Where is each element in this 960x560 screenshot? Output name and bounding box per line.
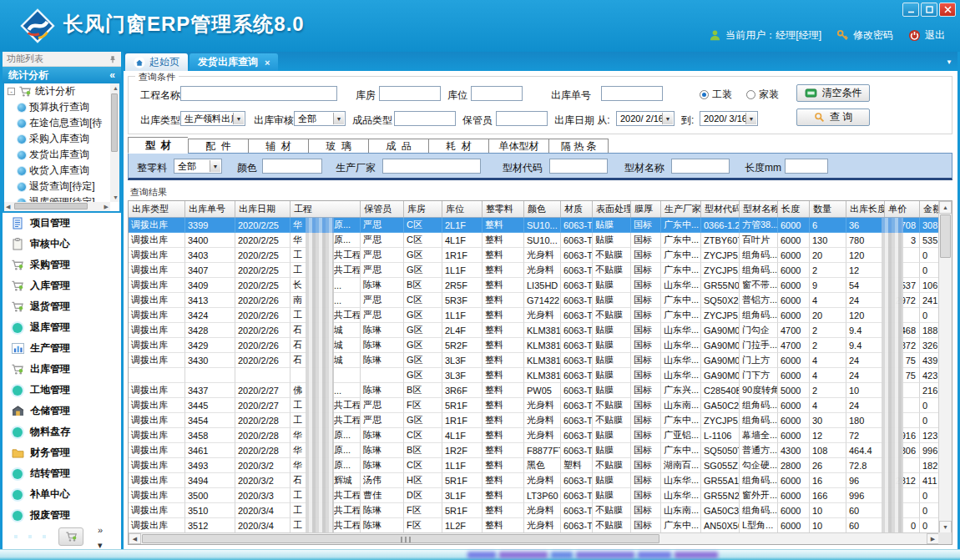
table-row[interactable]: 调拨出库34932020/3/2华原...陈琳C区1L1F整料黑色塑料不贴膜国标… bbox=[129, 458, 939, 473]
table-row[interactable]: 调拨出库34092020/2/25长...陈琳B区2R5F整料LI35HD606… bbox=[129, 278, 939, 293]
pin-icon[interactable] bbox=[109, 55, 117, 63]
column-header[interactable]: 出库类型 bbox=[129, 201, 185, 217]
tree-root-item[interactable]: -统计分析 bbox=[4, 83, 110, 99]
tree-horizontal-scrollbar[interactable]: ◀ ▶ bbox=[4, 202, 110, 211]
table-row[interactable]: 调拨出库35002020/3/3工共工程曹佳D区3L1F整料LT3P606063… bbox=[129, 488, 939, 503]
product-type-input[interactable] bbox=[394, 111, 456, 126]
column-header[interactable]: 型材代码 bbox=[701, 201, 740, 217]
collapse-icon[interactable]: « bbox=[109, 69, 115, 81]
table-row[interactable]: 调拨出库35102020/3/4工共工程陈琳F区5R1F整料光身料6063-T5… bbox=[129, 503, 939, 518]
minimize-button[interactable] bbox=[902, 3, 919, 17]
sidebar-item-仓储管理[interactable]: 仓储管理 bbox=[3, 401, 121, 421]
material-tab-6[interactable]: 耗 材 bbox=[428, 139, 488, 154]
change-password-button[interactable]: 修改密码 bbox=[836, 28, 893, 43]
column-header[interactable]: 库房 bbox=[404, 201, 442, 217]
table-horizontal-scrollbar[interactable]: ◀ ▶ bbox=[129, 532, 939, 544]
location-input[interactable] bbox=[471, 86, 523, 101]
warehouse-input[interactable] bbox=[379, 86, 441, 101]
sidebar-item-采购管理[interactable]: 采购管理 bbox=[3, 255, 121, 275]
column-header[interactable]: 材质 bbox=[561, 201, 593, 217]
tree-vertical-scrollbar[interactable]: ▲ ▼ bbox=[110, 83, 119, 202]
expand-icon[interactable]: »▾ bbox=[98, 525, 103, 549]
keeper-input[interactable] bbox=[496, 111, 548, 126]
sidebar-item-生产管理[interactable]: 生产管理 bbox=[3, 338, 121, 359]
cart-button[interactable] bbox=[58, 527, 83, 546]
tree-item[interactable]: 退货查询[待定] bbox=[4, 179, 110, 194]
table-row[interactable]: 调拨出库34002020/2/25华原...严思C区4L1F整料SU10...6… bbox=[129, 233, 939, 248]
sidebar-section-header[interactable]: 统计分析 « bbox=[3, 67, 121, 83]
close-icon[interactable]: × bbox=[265, 58, 270, 68]
tab-shipment-outbound-query[interactable]: 发货出库查询× bbox=[189, 53, 278, 71]
column-header[interactable]: 工程 bbox=[291, 201, 361, 217]
column-header[interactable]: 库位 bbox=[442, 201, 483, 217]
table-row[interactable]: 调拨出库34242020/2/26工共工程严思G区1L1F整料光身料6063-T… bbox=[129, 308, 939, 323]
sidebar-item-物料盘存[interactable]: 物料盘存 bbox=[3, 421, 121, 442]
length-input[interactable] bbox=[785, 159, 828, 174]
column-header[interactable]: 金额 bbox=[920, 201, 939, 217]
date-to-select[interactable]: 2020/ 3/16▼ bbox=[700, 111, 758, 126]
table-row[interactable]: 调拨出库34302020/2/26石城陈琳G区3L3F整料KLM38176063… bbox=[129, 353, 939, 368]
whole-part-select[interactable]: 全部▼ bbox=[174, 159, 222, 174]
tree-item[interactable]: 预算执行查询 bbox=[4, 99, 110, 115]
sidebar-item-入库管理[interactable]: 入库管理 bbox=[3, 275, 121, 296]
column-header[interactable]: 型材名称 bbox=[740, 201, 778, 217]
tab-home[interactable]: 起始页 bbox=[125, 53, 188, 71]
material-tab-3[interactable]: 辅 材 bbox=[248, 139, 308, 154]
table-row[interactable]: 调拨出库34132020/2/26南...严思C区5R3F整料G71422606… bbox=[129, 293, 939, 308]
tree-item[interactable]: 采购入库查询 bbox=[4, 131, 110, 147]
column-header[interactable]: 整零料 bbox=[483, 201, 524, 217]
expand-icon[interactable]: »▾ bbox=[98, 522, 103, 549]
column-header[interactable]: 生产厂家 bbox=[661, 201, 701, 217]
color-input[interactable] bbox=[262, 159, 322, 174]
material-tab-4[interactable]: 玻 璃 bbox=[308, 139, 368, 154]
sidebar-item-结转管理[interactable]: 结转管理 bbox=[3, 463, 121, 484]
sidebar-item-退货管理[interactable]: 退货管理 bbox=[3, 296, 121, 317]
radio-homewear[interactable]: 家装 bbox=[746, 88, 779, 102]
column-header[interactable]: 出库单号 bbox=[185, 201, 235, 217]
table-row[interactable]: 调拨出库33992020/2/25华原...严思C区2L1F整料SU10...6… bbox=[129, 218, 939, 233]
material-tab-1[interactable]: 型 材 bbox=[128, 137, 188, 154]
sidebar-item-工地管理[interactable]: 工地管理 bbox=[3, 380, 121, 401]
cart-button[interactable] bbox=[58, 527, 83, 546]
sidebar-item-审核中心[interactable]: 审核中心 bbox=[3, 234, 121, 255]
column-header[interactable]: 颜色 bbox=[524, 201, 561, 217]
tree-item[interactable]: 收货入库查询 bbox=[4, 163, 110, 179]
table-row[interactable]: 调拨出库34282020/2/26石城陈琳G区2L4F整料KLM38176063… bbox=[129, 323, 939, 338]
table-row[interactable]: G区3L3F整料KLM38176063-T5贴膜国标山东华...GA90M09.… bbox=[129, 368, 939, 383]
order-no-input[interactable] bbox=[601, 86, 663, 101]
logout-button[interactable]: 退出 bbox=[908, 28, 945, 43]
radio-workwear[interactable]: 工装 bbox=[700, 88, 732, 102]
sidebar-item-退库管理[interactable]: 退库管理 bbox=[3, 317, 121, 338]
tab-list-dropdown-icon[interactable]: ▼ bbox=[946, 58, 952, 66]
sidebar-item-财务管理[interactable]: 财务管理 bbox=[3, 442, 121, 463]
maximize-button[interactable] bbox=[921, 3, 937, 17]
table-row[interactable]: 调拨出库34372020/2/27佛...陈琳B区3R6F整料PW056063-… bbox=[129, 383, 939, 398]
table-row[interactable]: 调拨出库34452020/2/27工共工程严思F区5R1F整料光身料6063-T… bbox=[129, 398, 939, 413]
column-header[interactable]: 膜厚 bbox=[631, 201, 661, 217]
table-vertical-scrollbar[interactable]: ▲ ▼ bbox=[938, 201, 952, 533]
material-tab-8[interactable]: 隔 热 条 bbox=[548, 139, 609, 154]
table-row[interactable]: 调拨出库34942020/3/2石辉城汤伟H区5R1F整料光身料6063-T5贴… bbox=[129, 473, 939, 488]
profile-code-input[interactable] bbox=[549, 159, 608, 174]
table-row[interactable]: 调拨出库34292020/2/26石城陈琳G区5R2F整料KLM38176063… bbox=[129, 338, 939, 353]
column-header[interactable]: 长度 bbox=[778, 201, 810, 217]
project-name-input[interactable] bbox=[180, 86, 337, 101]
tree-item[interactable]: 发货出库查询 bbox=[4, 147, 110, 163]
column-header[interactable]: 单价 bbox=[885, 201, 920, 217]
audit-select[interactable]: 全部▼ bbox=[294, 111, 346, 126]
tree-item[interactable]: 在途信息查询[待 bbox=[4, 115, 110, 131]
table-row[interactable]: 调拨出库34072020/2/25工共工程严思G区1L1F整料光身料6063-T… bbox=[129, 263, 939, 278]
column-header[interactable]: 出库长度 bbox=[846, 201, 885, 217]
material-tab-7[interactable]: 单体型材 bbox=[488, 139, 548, 154]
sidebar-item-补单中心[interactable]: 补单中心 bbox=[3, 484, 121, 505]
search-button[interactable]: 查 询 bbox=[796, 108, 870, 126]
column-header[interactable]: 出库日期 bbox=[235, 201, 291, 217]
column-header[interactable]: 数量 bbox=[810, 201, 846, 217]
tree-expand-icon[interactable]: - bbox=[8, 88, 15, 95]
table-row[interactable]: 调拨出库34032020/2/25工共工程严思G区1R1F整料光身料6063-T… bbox=[129, 248, 939, 263]
sidebar-item-报废管理[interactable]: 报废管理 bbox=[3, 505, 121, 526]
table-row[interactable]: 调拨出库34582020/2/28华原...陈琳C区4L1F整料光身料6063-… bbox=[129, 428, 939, 443]
maker-input[interactable] bbox=[382, 159, 481, 174]
out-type-select[interactable]: 生产领料出库▼ bbox=[180, 111, 245, 126]
sidebar-item-出库管理[interactable]: 出库管理 bbox=[3, 359, 121, 380]
